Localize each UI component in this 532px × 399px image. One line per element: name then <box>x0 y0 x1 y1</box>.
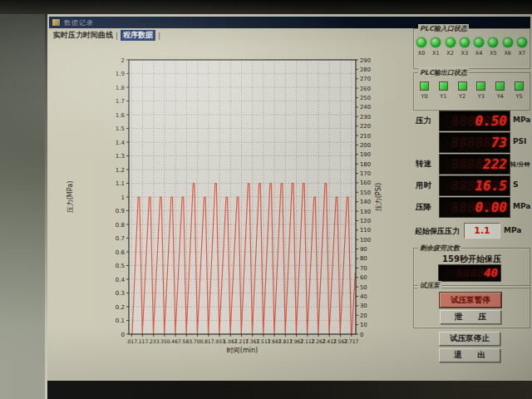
led-y5-indicator <box>515 81 524 91</box>
y-tick-right: 150 <box>360 190 371 196</box>
readout-value-pressure-drop: 0.00 <box>475 200 507 215</box>
x-tick-label: .017 <box>126 338 138 344</box>
readout-unit-pressure-mpa: MPa <box>513 116 530 124</box>
plc-output-leds: Y0Y1Y2Y3Y4Y5 <box>420 81 524 100</box>
x-tick-label: .117 <box>137 338 149 344</box>
pump-group: 试压泵 试压泵暂停 泄 压 <box>413 285 530 328</box>
readout-elapsed-time: 用时888888816.5S <box>413 175 531 195</box>
plc-input-group: PLC输入口状态 X0X1X2X3X4X5X6X7 <box>413 28 530 69</box>
x-tick-label: 2.717 <box>344 338 359 344</box>
y-tick-left: 1.8 <box>116 85 125 91</box>
led-label-x2: X2 <box>446 50 454 57</box>
led-cell-x3: X3 <box>460 37 470 57</box>
y-tick-right: 250 <box>360 95 371 101</box>
monitor-bezel-bottom <box>47 381 532 399</box>
led-label-x3: X3 <box>461 50 469 57</box>
led-label-x7: X7 <box>519 50 526 57</box>
led-label-y0: Y0 <box>421 93 427 100</box>
led-label-y5: Y5 <box>515 93 522 100</box>
plc-input-group-title: PLC输入口状态 <box>418 24 469 33</box>
led-y1-indicator <box>439 81 448 91</box>
y-tick-left: 1.1 <box>116 180 125 187</box>
tab-program-data[interactable]: 程序数据 <box>121 30 155 41</box>
x-axis: .017.117.233.350.467.583.700.817.9331.06… <box>126 334 359 344</box>
holding-pressure-label: 起始保压压力 <box>415 226 460 237</box>
y-tick-left: 1.3 <box>116 153 125 160</box>
y-axis-right: 0102030405060708090100110120130140150160… <box>356 57 371 338</box>
y-tick-right: 190 <box>360 151 371 158</box>
y-tick-left: 0.6 <box>116 249 126 256</box>
y-tick-right: 100 <box>360 237 371 244</box>
led-label-y3: Y3 <box>478 93 485 100</box>
led-x5-indicator <box>488 37 498 47</box>
y-tick-right: 160 <box>360 180 371 186</box>
y-tick-right: 10 <box>360 322 367 328</box>
x-axis-title: 时间(min) <box>227 347 258 354</box>
led-label-x0: X0 <box>418 50 426 57</box>
readout-label-elapsed-time: 用时 <box>416 180 431 191</box>
x-tick-label: .233 <box>148 338 160 344</box>
y-tick-right: 280 <box>360 66 371 73</box>
y-tick-right: 290 <box>360 57 371 64</box>
led-cell-x1: X1 <box>431 37 441 57</box>
pump-stop-button[interactable]: 试压泵停止 <box>439 332 500 346</box>
holding-countdown-text: 159秒开始保压 <box>414 254 530 265</box>
led-y4-indicator <box>495 81 505 91</box>
led-label-y1: Y1 <box>440 93 446 100</box>
readout-value-pressure-mpa: 0.50 <box>475 113 507 129</box>
led-x1-indicator <box>431 37 441 47</box>
y-tick-left: 2 <box>121 57 125 64</box>
y-tick-right: 200 <box>360 142 371 149</box>
readout-unit-pressure-psi: PSI <box>513 137 526 145</box>
pump-group-title: 试压泵 <box>418 281 441 290</box>
y-tick-right: 220 <box>360 123 371 130</box>
y-tick-left: 1.6 <box>116 112 126 119</box>
fatigue-count-display: 888888 40 <box>438 264 501 282</box>
y-tick-right: 70 <box>360 265 367 272</box>
holding-pressure-row: 起始保压压力 1.1 MPa <box>413 223 531 239</box>
monitor-photo: 数据记录 实时压力时间曲线 | 程序数据 | 00.10.20.30.40.50… <box>0 0 532 399</box>
y-tick-right: 30 <box>360 303 367 309</box>
x-tick-label: .350 <box>159 338 170 344</box>
led-cell-y4: Y4 <box>495 81 505 100</box>
y-tick-left: 0.5 <box>116 263 125 269</box>
readout-label-pressure-mpa: 压力 <box>416 116 431 126</box>
led-label-y2: Y2 <box>459 93 466 100</box>
y-tick-left: 0.2 <box>116 304 125 311</box>
tab-separator: | <box>158 32 160 40</box>
y-tick-right: 60 <box>360 274 367 281</box>
led-label-x4: X4 <box>475 50 483 57</box>
pump-pause-button[interactable]: 试压泵暂停 <box>440 293 501 308</box>
readout-value-elapsed-time: 16.5 <box>475 178 507 194</box>
readout-pressure-psi: 888888873PSI <box>413 132 531 151</box>
led-cell-x4: X4 <box>474 37 484 57</box>
y-tick-right: 230 <box>360 114 371 121</box>
tab-separator: | <box>116 32 118 40</box>
y-tick-left: 1.2 <box>116 167 125 174</box>
led-x3-indicator <box>460 37 470 47</box>
readout-speed: 转速8888888222转/分钟 <box>413 154 531 173</box>
pressure-release-button[interactable]: 泄 压 <box>440 310 501 324</box>
readout-unit-speed: 转/分钟 <box>510 160 530 169</box>
y-tick-right: 50 <box>360 284 367 291</box>
plc-output-group-title: PLC输出口状态 <box>418 68 469 77</box>
monitor-bezel-left <box>0 14 47 399</box>
app-screen: 数据记录 实时压力时间曲线 | 程序数据 | 00.10.20.30.40.50… <box>47 14 532 381</box>
led-label-x5: X5 <box>490 50 497 57</box>
y-tick-right: 180 <box>360 161 371 168</box>
y-tick-right: 20 <box>360 313 367 319</box>
readout-label-speed: 转速 <box>416 159 431 170</box>
tab-realtime-curve[interactable]: 实时压力时间曲线 <box>53 30 113 41</box>
readout-unit-pressure-drop: MPa <box>513 202 530 210</box>
led-y0-indicator <box>420 81 429 91</box>
led-label-x6: X6 <box>504 50 511 57</box>
y-tick-left: 0.3 <box>116 290 125 297</box>
exit-button[interactable]: 退 出 <box>439 348 500 362</box>
led-cell-y5: Y5 <box>515 81 524 100</box>
y-tick-left: 0.8 <box>116 222 125 229</box>
plc-input-leds: X0X1X2X3X4X5X6X7 <box>416 37 527 57</box>
readout-display-speed: 8888888222 <box>439 154 510 175</box>
y-tick-right: 40 <box>360 293 367 300</box>
readout-value-pressure-psi: 73 <box>491 135 507 150</box>
led-x4-indicator <box>474 37 484 47</box>
